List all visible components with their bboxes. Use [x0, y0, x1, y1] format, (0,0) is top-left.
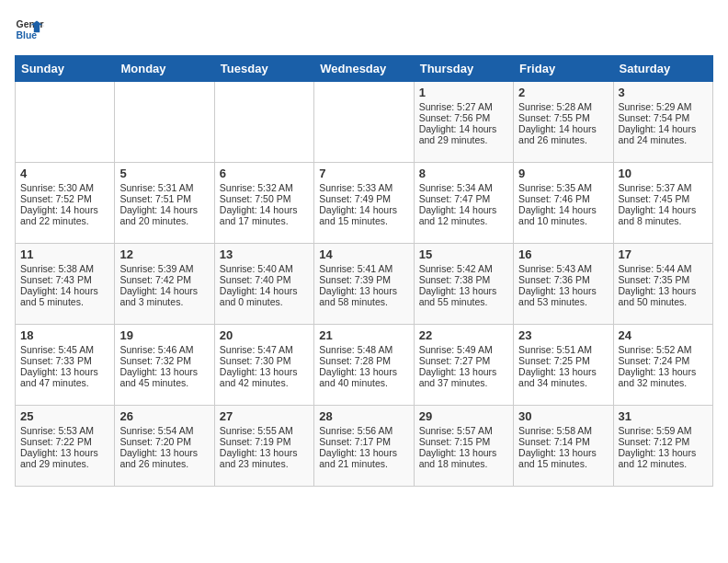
day-number: 29	[419, 409, 508, 423]
calendar-week-4: 18Sunrise: 5:45 AMSunset: 7:33 PMDayligh…	[16, 325, 713, 406]
day-number: 12	[119, 247, 209, 261]
calendar-cell: 6Sunrise: 5:32 AMSunset: 7:50 PMDaylight…	[214, 163, 313, 244]
day-info: Daylight: 13 hours and 12 minutes.	[619, 447, 708, 469]
day-info: Sunrise: 5:49 AM	[419, 344, 508, 355]
day-info: Sunrise: 5:32 AM	[220, 182, 309, 193]
day-number: 31	[619, 409, 708, 423]
day-info: Sunrise: 5:48 AM	[319, 344, 408, 355]
day-info: Daylight: 13 hours and 23 minutes.	[220, 447, 309, 469]
day-info: Sunset: 7:51 PM	[119, 193, 209, 204]
calendar-cell: 2Sunrise: 5:28 AMSunset: 7:55 PMDaylight…	[514, 82, 613, 163]
calendar-cell	[16, 82, 115, 163]
day-number: 26	[119, 409, 209, 423]
day-info: Sunrise: 5:41 AM	[319, 263, 408, 274]
calendar-week-5: 25Sunrise: 5:53 AMSunset: 7:22 PMDayligh…	[16, 406, 713, 487]
day-info: Daylight: 13 hours and 18 minutes.	[419, 447, 508, 469]
day-info: Daylight: 14 hours and 3 minutes.	[119, 285, 209, 307]
day-info: Sunset: 7:56 PM	[419, 112, 508, 123]
day-info: Sunset: 7:38 PM	[419, 274, 508, 285]
header-cell-sunday: Sunday	[16, 56, 115, 82]
calendar-cell: 31Sunrise: 5:59 AMSunset: 7:12 PMDayligh…	[613, 406, 712, 487]
calendar-week-2: 4Sunrise: 5:30 AMSunset: 7:52 PMDaylight…	[16, 163, 713, 244]
day-number: 17	[619, 247, 708, 261]
day-info: Sunset: 7:22 PM	[20, 436, 109, 447]
day-info: Sunset: 7:43 PM	[20, 274, 109, 285]
calendar-cell: 26Sunrise: 5:54 AMSunset: 7:20 PMDayligh…	[115, 406, 214, 487]
day-info: Daylight: 14 hours and 8 minutes.	[619, 204, 708, 226]
day-number: 25	[20, 409, 109, 423]
calendar-cell: 13Sunrise: 5:40 AMSunset: 7:40 PMDayligh…	[214, 244, 313, 325]
day-number: 6	[220, 167, 309, 180]
calendar-cell: 1Sunrise: 5:27 AMSunset: 7:56 PMDaylight…	[414, 82, 513, 163]
header-cell-friday: Friday	[514, 56, 613, 82]
day-info: Sunrise: 5:38 AM	[20, 263, 109, 274]
header-cell-saturday: Saturday	[613, 56, 712, 82]
calendar-header-row: SundayMondayTuesdayWednesdayThursdayFrid…	[16, 56, 713, 82]
day-info: Sunrise: 5:51 AM	[518, 344, 608, 355]
day-info: Sunrise: 5:27 AM	[419, 101, 508, 112]
day-info: Sunset: 7:35 PM	[619, 274, 708, 285]
day-info: Daylight: 14 hours and 24 minutes.	[619, 123, 708, 145]
day-info: Daylight: 14 hours and 0 minutes.	[220, 285, 309, 307]
day-number: 4	[20, 167, 109, 180]
day-info: Sunset: 7:24 PM	[619, 355, 708, 366]
calendar-cell: 28Sunrise: 5:56 AMSunset: 7:17 PMDayligh…	[314, 406, 414, 487]
day-info: Sunrise: 5:47 AM	[220, 344, 309, 355]
day-info: Sunrise: 5:55 AM	[220, 425, 309, 436]
day-info: Daylight: 13 hours and 37 minutes.	[419, 366, 508, 388]
day-info: Daylight: 13 hours and 47 minutes.	[20, 366, 109, 388]
day-info: Daylight: 13 hours and 42 minutes.	[220, 366, 309, 388]
calendar-cell: 18Sunrise: 5:45 AMSunset: 7:33 PMDayligh…	[16, 325, 115, 406]
day-number: 10	[619, 167, 708, 180]
day-number: 22	[419, 328, 508, 342]
calendar-cell: 29Sunrise: 5:57 AMSunset: 7:15 PMDayligh…	[414, 406, 513, 487]
day-info: Sunrise: 5:58 AM	[518, 425, 608, 436]
header-cell-wednesday: Wednesday	[314, 56, 414, 82]
day-info: Daylight: 13 hours and 58 minutes.	[319, 285, 408, 307]
day-info: Sunset: 7:46 PM	[518, 193, 608, 204]
day-info: Daylight: 13 hours and 55 minutes.	[419, 285, 508, 307]
day-info: Daylight: 13 hours and 15 minutes.	[518, 447, 608, 469]
day-info: Daylight: 13 hours and 32 minutes.	[619, 366, 708, 388]
day-info: Sunrise: 5:45 AM	[20, 344, 109, 355]
header-cell-thursday: Thursday	[414, 56, 513, 82]
day-info: Daylight: 13 hours and 53 minutes.	[518, 285, 608, 307]
calendar-cell: 12Sunrise: 5:39 AMSunset: 7:42 PMDayligh…	[115, 244, 214, 325]
calendar-cell: 3Sunrise: 5:29 AMSunset: 7:54 PMDaylight…	[613, 82, 712, 163]
logo: General Blue	[15, 15, 44, 44]
day-info: Sunrise: 5:46 AM	[119, 344, 209, 355]
day-info: Sunrise: 5:59 AM	[619, 425, 708, 436]
day-info: Sunset: 7:20 PM	[119, 436, 209, 447]
day-info: Daylight: 13 hours and 21 minutes.	[319, 447, 408, 469]
day-info: Daylight: 14 hours and 17 minutes.	[220, 204, 309, 226]
day-info: Daylight: 14 hours and 20 minutes.	[119, 204, 209, 226]
day-number: 2	[518, 86, 608, 99]
day-info: Sunset: 7:32 PM	[119, 355, 209, 366]
day-info: Sunset: 7:42 PM	[119, 274, 209, 285]
day-number: 21	[319, 328, 408, 342]
calendar-cell: 27Sunrise: 5:55 AMSunset: 7:19 PMDayligh…	[214, 406, 313, 487]
day-number: 18	[20, 328, 109, 342]
calendar-cell: 4Sunrise: 5:30 AMSunset: 7:52 PMDaylight…	[16, 163, 115, 244]
day-info: Sunset: 7:19 PM	[220, 436, 309, 447]
day-info: Sunset: 7:40 PM	[220, 274, 309, 285]
day-info: Sunset: 7:55 PM	[518, 112, 608, 123]
day-info: Sunrise: 5:52 AM	[619, 344, 708, 355]
calendar-cell: 10Sunrise: 5:37 AMSunset: 7:45 PMDayligh…	[613, 163, 712, 244]
day-info: Daylight: 14 hours and 29 minutes.	[419, 123, 508, 145]
day-info: Daylight: 13 hours and 50 minutes.	[619, 285, 708, 307]
calendar-cell: 9Sunrise: 5:35 AMSunset: 7:46 PMDaylight…	[514, 163, 613, 244]
calendar-cell: 20Sunrise: 5:47 AMSunset: 7:30 PMDayligh…	[214, 325, 313, 406]
day-info: Sunrise: 5:31 AM	[119, 182, 209, 193]
page-header: General Blue	[15, 15, 713, 44]
day-number: 23	[518, 328, 608, 342]
day-number: 24	[619, 328, 708, 342]
day-info: Sunset: 7:36 PM	[518, 274, 608, 285]
day-info: Sunrise: 5:28 AM	[518, 101, 608, 112]
day-info: Sunset: 7:15 PM	[419, 436, 508, 447]
day-number: 13	[220, 247, 309, 261]
day-info: Sunset: 7:47 PM	[419, 193, 508, 204]
day-info: Sunrise: 5:42 AM	[419, 263, 508, 274]
calendar-cell: 11Sunrise: 5:38 AMSunset: 7:43 PMDayligh…	[16, 244, 115, 325]
day-info: Daylight: 14 hours and 10 minutes.	[518, 204, 608, 226]
